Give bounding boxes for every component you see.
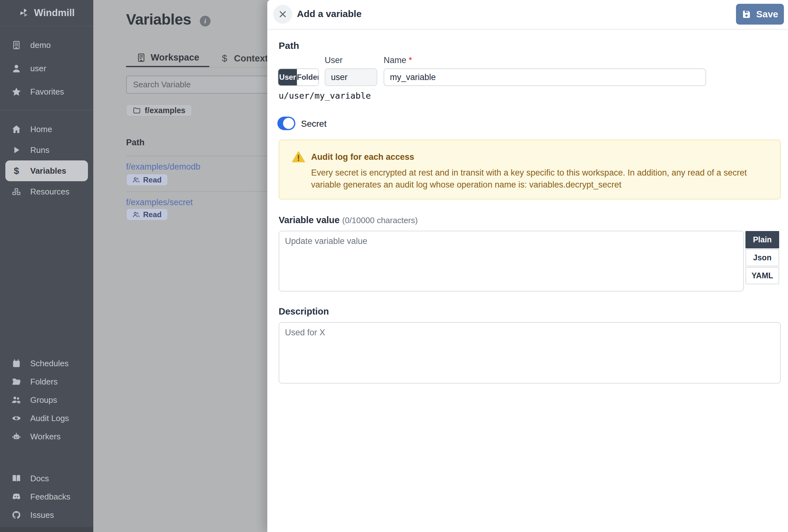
boxes-icon <box>11 186 22 197</box>
sidebar-item-resources[interactable]: Resources <box>0 181 93 202</box>
drawer-title: Add a variable <box>297 8 361 19</box>
description-textarea[interactable] <box>279 322 781 383</box>
sidebar-item-audit-logs[interactable]: Audit Logs <box>0 409 93 427</box>
warning-body: Every secret is encrypted at rest and in… <box>311 167 765 191</box>
required-asterisk: * <box>409 56 412 65</box>
format-json-button[interactable]: Json <box>746 249 779 266</box>
format-plain-button[interactable]: Plain <box>746 231 779 248</box>
name-label-text: Name <box>383 56 406 65</box>
nav-label: Feedbacks <box>30 492 70 502</box>
add-variable-drawer: Add a variable Save Path User Name * Use… <box>267 0 788 532</box>
robot-icon <box>11 431 22 442</box>
secret-toggle-label: Secret <box>301 119 327 129</box>
tab-workspace[interactable]: Workspace <box>126 49 209 67</box>
close-button[interactable] <box>273 5 292 24</box>
windmill-logo-icon <box>18 7 29 19</box>
sidebar-item-docs[interactable]: Docs <box>0 469 93 488</box>
value-heading-text: Variable value <box>279 215 339 225</box>
nav-label: Groups <box>30 395 57 405</box>
save-button[interactable]: Save <box>736 4 784 25</box>
audit-warning-banner: Audit log for each access Every secret i… <box>279 140 781 199</box>
folder-chip-label: f/examples <box>145 106 185 115</box>
sidebar-item-favorites[interactable]: Favorites <box>0 80 93 103</box>
user-name: user <box>30 64 46 74</box>
nav-label: Audit Logs <box>30 414 69 423</box>
nav-label: Variables <box>30 166 66 176</box>
users-icon <box>132 176 140 184</box>
secret-toggle[interactable] <box>277 117 295 130</box>
workspace-name: demo <box>30 40 51 50</box>
owner-kind-toggle: User Folder <box>278 68 319 86</box>
star-icon <box>11 86 22 97</box>
folder-open-icon <box>11 376 22 387</box>
sidebar-item-home[interactable]: Home <box>0 119 93 140</box>
sidebar-item-schedules[interactable]: Schedules <box>0 354 93 373</box>
close-icon <box>278 10 287 19</box>
read-permission-badge: Read <box>127 174 168 185</box>
nav-label: Issues <box>30 510 54 520</box>
sidebar-item-runs[interactable]: Runs <box>0 140 93 160</box>
variable-value-heading: Variable value (0/10000 characters) <box>279 215 418 225</box>
user-field-label: User <box>324 56 342 65</box>
badge-label: Read <box>143 210 162 219</box>
calendar-icon <box>11 358 22 369</box>
variable-link[interactable]: f/examples/secret <box>126 198 193 208</box>
sidebar-item-user[interactable]: user <box>0 57 93 80</box>
owner-option-folder[interactable]: Folder <box>297 69 319 85</box>
warning-triangle-icon <box>292 150 305 163</box>
variable-value-textarea[interactable] <box>279 231 744 292</box>
book-open-icon <box>11 473 22 484</box>
full-path-preview: u/user/my_variable <box>279 91 371 101</box>
nav-label: Home <box>30 124 52 134</box>
tab-label: Context <box>234 53 268 64</box>
sidebar-item-issues[interactable]: Issues <box>0 506 93 524</box>
nav-label: Runs <box>30 145 50 155</box>
save-floppy-icon <box>742 9 752 19</box>
sidebar-item-folders[interactable]: Folders <box>0 373 93 391</box>
description-heading: Description <box>279 306 329 317</box>
sidebar-bottom-bar <box>0 527 93 532</box>
nav-label: Resources <box>30 187 70 197</box>
info-icon[interactable]: i <box>200 16 211 26</box>
users-icon <box>132 211 140 218</box>
sidebar-divider <box>0 110 93 110</box>
nav-label: Schedules <box>30 359 68 369</box>
name-field-label: Name * <box>383 56 412 65</box>
owner-user-input[interactable] <box>324 68 377 86</box>
play-icon <box>11 144 22 156</box>
app-logo-text: Windmill <box>34 7 75 19</box>
sidebar-item-workspace-demo[interactable]: demo <box>0 34 93 57</box>
format-yaml-button[interactable]: YAML <box>746 267 779 284</box>
sidebar-item-workers[interactable]: Workers <box>0 427 93 446</box>
format-selector: Plain Json YAML <box>746 231 779 284</box>
variable-name-input[interactable] <box>383 68 706 86</box>
folder-icon <box>133 106 141 114</box>
user-icon <box>11 63 22 74</box>
path-column-header: Path <box>126 138 145 147</box>
owner-option-user[interactable]: User <box>278 69 297 85</box>
home-icon <box>11 123 22 135</box>
page-title: Variables <box>126 11 191 28</box>
favorites-label: Favorites <box>30 87 64 97</box>
nav-label: Docs <box>30 474 49 484</box>
eye-icon <box>11 413 22 424</box>
building-icon <box>136 53 146 63</box>
tab-bar: Workspace $ Context <box>126 49 278 67</box>
tab-label: Workspace <box>151 52 199 63</box>
warning-title: Audit log for each access <box>311 152 414 162</box>
app-logo[interactable]: Windmill <box>0 0 93 26</box>
users-gear-icon <box>11 394 22 406</box>
sidebar-item-feedbacks[interactable]: Feedbacks <box>0 488 93 506</box>
drawer-header: Add a variable Save <box>267 0 788 29</box>
sidebar-item-groups[interactable]: Groups <box>0 391 93 409</box>
folder-filter-chip[interactable]: f/examples <box>126 104 192 116</box>
character-counter: (0/10000 characters) <box>342 216 418 225</box>
sidebar: Windmill demo user <box>0 0 93 532</box>
sidebar-item-variables[interactable]: $ Variables <box>5 160 88 181</box>
dollar-icon: $ <box>11 165 22 177</box>
github-icon <box>11 509 22 521</box>
discord-icon <box>11 491 22 503</box>
badge-label: Read <box>143 176 162 184</box>
nav-label: Workers <box>30 432 60 441</box>
variable-link[interactable]: f/examples/demodb <box>126 162 200 172</box>
